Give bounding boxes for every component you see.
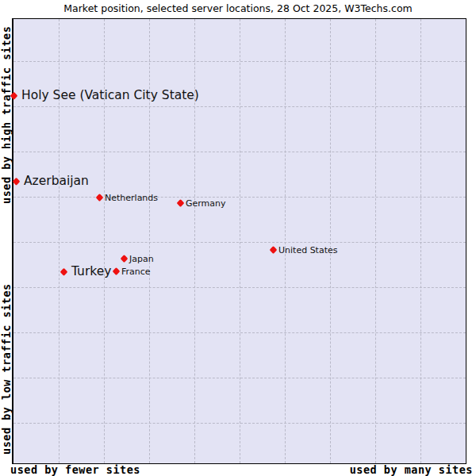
horizontal-gridline — [13, 423, 466, 424]
data-point-azerbaijan: Azerbaijan — [13, 175, 89, 188]
data-point-label: Netherlands — [105, 194, 158, 202]
diamond-marker-icon — [113, 267, 121, 275]
vertical-gridline — [59, 19, 60, 463]
data-point-germany: Germany — [178, 199, 226, 208]
chart-title: Market position, selected server locatio… — [0, 2, 476, 14]
horizontal-gridline — [13, 242, 466, 243]
data-point-label: Holy See (Vatican City State) — [21, 90, 199, 102]
diamond-marker-icon — [270, 246, 278, 254]
data-point-label: Japan — [129, 255, 154, 263]
horizontal-gridline — [13, 197, 466, 198]
data-point-japan: Japan — [121, 255, 154, 263]
vertical-gridline — [330, 19, 331, 463]
vertical-gridline — [375, 19, 376, 463]
vertical-gridline — [420, 19, 421, 463]
x-axis-label-row: used by fewer sites used by many sites — [0, 463, 476, 476]
data-point-turkey: Turkey — [61, 266, 111, 278]
vertical-gridline — [149, 19, 150, 463]
diamond-marker-icon — [13, 178, 21, 186]
horizontal-gridline — [13, 287, 466, 288]
diamond-marker-icon — [96, 194, 104, 202]
x-axis-label-fewer-sites: used by fewer sites — [10, 463, 140, 476]
horizontal-gridline — [13, 378, 466, 378]
horizontal-gridline — [13, 61, 466, 62]
horizontal-gridline — [13, 106, 466, 107]
data-point-france: France — [113, 267, 151, 276]
vertical-gridline — [240, 19, 240, 463]
vertical-gridline — [104, 19, 105, 463]
diamond-marker-icon — [177, 199, 185, 207]
data-point-label: Turkey — [71, 266, 111, 278]
horizontal-gridline — [13, 152, 466, 152]
data-point-label: France — [121, 267, 151, 276]
data-point-label: Germany — [186, 199, 226, 208]
plot-area: Holy See (Vatican City State)AzerbaijanN… — [12, 18, 466, 464]
data-point-united-states: United States — [271, 246, 338, 255]
vertical-gridline — [285, 19, 286, 463]
vertical-gridline — [194, 19, 195, 463]
data-point-holy-see-vatican-city-state: Holy See (Vatican City State) — [11, 90, 199, 102]
data-point-netherlands: Netherlands — [97, 194, 158, 202]
diamond-marker-icon — [121, 255, 129, 263]
y-axis-label-high-traffic: used by high traffic sites — [0, 20, 13, 210]
x-axis-label-many-sites: used by many sites — [350, 463, 473, 476]
y-axis-label-low-traffic: used by low traffic sites — [0, 276, 13, 462]
diamond-marker-icon — [10, 92, 18, 100]
diamond-marker-icon — [60, 268, 68, 276]
data-point-label: United States — [278, 246, 338, 255]
horizontal-gridline — [13, 332, 466, 333]
data-point-label: Azerbaijan — [24, 175, 89, 188]
